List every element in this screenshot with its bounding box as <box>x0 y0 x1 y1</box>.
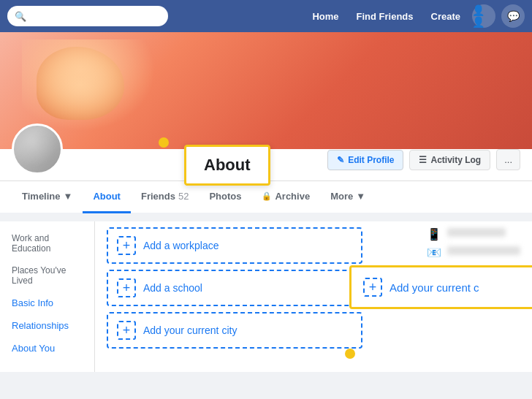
people-icon: 👤👤 <box>472 4 495 28</box>
nav-home[interactable]: Home <box>312 11 338 22</box>
main-content: Work and Education Places You've Lived B… <box>0 213 532 372</box>
add-city-right-panel[interactable]: + Add your current c <box>349 265 532 309</box>
search-bar[interactable]: 🔍 <box>7 6 168 26</box>
pencil-icon: ✎ <box>337 155 344 165</box>
sidebar-about-you[interactable]: About You <box>12 337 83 360</box>
tab-photos[interactable]: Photos <box>199 181 251 213</box>
plus-icon: + <box>369 280 377 295</box>
info-row-2: 📧 <box>427 246 520 259</box>
tab-friends[interactable]: Friends 52 <box>131 181 199 213</box>
tab-archive[interactable]: 🔒 Archive <box>251 181 320 213</box>
nav-icon-area: 👤👤 💬 <box>472 4 525 28</box>
tooltip-dot-annotation <box>159 137 169 148</box>
profile-actions: ✎ Edit Profile ☰ Activity Log ... <box>327 149 520 175</box>
tab-timeline[interactable]: Timeline ▼ <box>12 181 83 213</box>
avatar <box>12 123 63 175</box>
add-workplace-item[interactable]: + Add a workplace <box>107 227 362 264</box>
add-city-panel-btn[interactable]: + <box>363 278 382 297</box>
plus-icon: + <box>123 281 131 296</box>
top-navigation: 🔍 Home Find Friends Create 👤👤 💬 <box>0 0 532 32</box>
left-sidebar: Work and Education Places You've Lived B… <box>0 221 95 372</box>
add-school-btn[interactable]: + <box>117 278 136 297</box>
edit-profile-button[interactable]: ✎ Edit Profile <box>327 150 403 170</box>
lock-icon: 🔒 <box>262 191 272 201</box>
search-icon: 🔍 <box>15 11 26 22</box>
more-options-button[interactable]: ... <box>496 149 520 170</box>
nav-links: Home Find Friends Create <box>312 11 460 22</box>
sidebar-work-education[interactable]: Work and Education <box>12 227 83 259</box>
chevron-down-icon: ▼ <box>64 191 73 202</box>
sidebar-relationships[interactable]: Relationships <box>12 314 83 337</box>
add-city-item[interactable]: + Add your current city <box>107 312 362 349</box>
blurred-info-2 <box>447 246 520 255</box>
add-city-btn[interactable]: + <box>117 321 136 340</box>
phone-icon: 📱 <box>427 227 441 241</box>
about-tooltip: About <box>184 145 270 186</box>
ellipsis-icon: ... <box>504 154 512 165</box>
activity-log-button[interactable]: ☰ Activity Log <box>409 150 490 170</box>
city-dot-annotation <box>345 349 355 359</box>
tab-about[interactable]: About <box>83 181 131 213</box>
plus-icon: + <box>123 323 131 338</box>
people-icon-button[interactable]: 👤👤 <box>472 4 495 28</box>
nav-search-area: 🔍 <box>7 6 312 26</box>
blurred-info-1 <box>447 228 506 237</box>
info-row-1: 📱 <box>427 227 520 241</box>
sidebar-basic-info[interactable]: Basic Info <box>12 292 83 314</box>
right-side-info: 📱 📧 <box>427 227 520 259</box>
add-school-item[interactable]: + Add a school <box>107 270 362 306</box>
messenger-icon: 💬 <box>507 10 520 22</box>
nav-find-friends[interactable]: Find Friends <box>357 11 414 22</box>
list-icon: ☰ <box>419 155 427 165</box>
add-workplace-btn[interactable]: + <box>117 236 136 255</box>
cover-photo <box>0 32 532 149</box>
plus-icon: + <box>123 238 131 254</box>
sidebar-places[interactable]: Places You've Lived <box>12 259 83 292</box>
nav-create[interactable]: Create <box>431 11 460 22</box>
chevron-down-icon: ▼ <box>356 191 365 202</box>
right-content: 📱 📧 + Add a workplace + Add a school <box>95 221 532 372</box>
tab-more[interactable]: More ▼ <box>320 181 376 213</box>
email-icon: 📧 <box>427 246 441 259</box>
messenger-icon-button[interactable]: 💬 <box>501 4 525 28</box>
